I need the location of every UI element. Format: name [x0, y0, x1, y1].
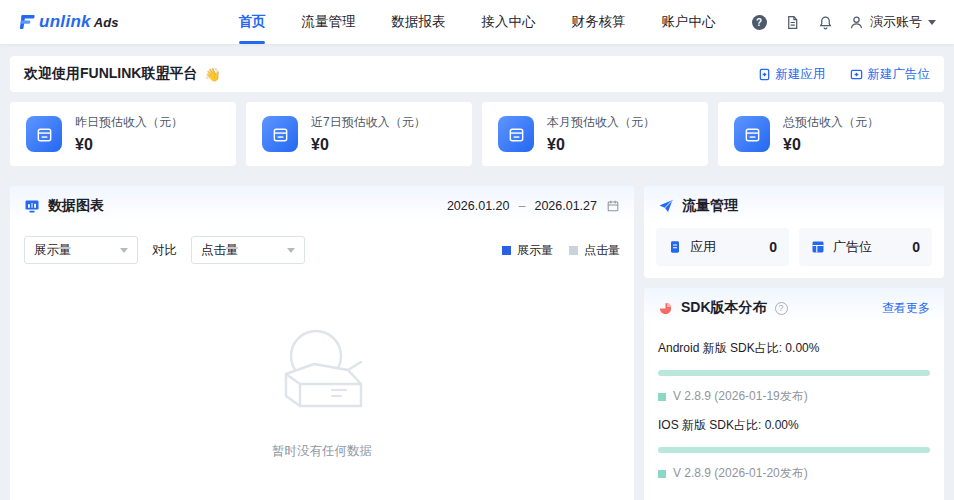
logo: unlink Ads [18, 12, 239, 32]
nav-item-integration[interactable]: 接入中心 [482, 0, 536, 44]
chevron-down-icon [120, 248, 128, 253]
stat-card-month: 本月预估收入（元） ¥0 [482, 102, 708, 166]
date-end: 2026.01.27 [534, 199, 597, 213]
welcome-actions: 新建应用 新建广告位 [758, 66, 931, 83]
notification-bell-icon[interactable] [816, 13, 834, 31]
new-app-icon [758, 68, 771, 81]
calendar-icon [606, 199, 620, 213]
traffic-panel-title: 流量管理 [658, 197, 738, 215]
chevron-down-icon [928, 20, 936, 25]
traffic-panel-header: 流量管理 [644, 186, 944, 226]
apps-label: 应用 [690, 238, 716, 256]
sdk-panel-header: SDK版本分布 ? 查看更多 [644, 288, 944, 328]
traffic-body: 应用 0 广告位 0 [644, 226, 944, 278]
sdk-ios-version: V 2.8.9 (2026-01-20发布) [658, 465, 930, 482]
stat-card-yesterday: 昨日预估收入（元） ¥0 [10, 102, 236, 166]
sdk-panel: SDK版本分布 ? 查看更多 Android 新版 SDK占比: 0.00% V… [644, 288, 944, 500]
sdk-ios-progress-bar [658, 447, 930, 453]
stats-row: 昨日预估收入（元） ¥0 近7日预估收入（元） ¥0 本月预估收入（元） ¥0 [10, 102, 944, 166]
logo-icon [18, 13, 36, 31]
stat-card-total: 总预估收入（元） ¥0 [718, 102, 944, 166]
chart-panel: 数据图表 2026.01.20 – 2026.01.27 展示量 对比 点击量 [10, 186, 634, 500]
legend-clicks[interactable]: 点击量 [569, 242, 620, 259]
version-swatch [658, 470, 666, 478]
sdk-panel-title: SDK版本分布 ? [658, 299, 788, 317]
welcome-text: 欢迎使用FUNLINK联盟平台 👋 [24, 65, 221, 83]
nav-item-finance[interactable]: 财务核算 [572, 0, 626, 44]
chart-panel-title: 数据图表 [24, 197, 104, 215]
chart-empty-state: 暂时没有任何数据 [10, 272, 634, 460]
sdk-ios-label: IOS 新版 SDK占比: 0.00% [658, 417, 930, 434]
view-more-link[interactable]: 查看更多 [882, 300, 930, 317]
chart-icon [24, 198, 40, 214]
empty-text: 暂时没有任何数据 [10, 443, 634, 460]
new-adslot-icon [850, 68, 863, 81]
help-icon[interactable]: ? [750, 13, 768, 31]
stat-label: 近7日预估收入（元） [311, 114, 426, 131]
adslots-label: 广告位 [833, 238, 872, 256]
nav-item-reports[interactable]: 数据报表 [392, 0, 446, 44]
new-adslot-link[interactable]: 新建广告位 [850, 66, 931, 83]
chart-controls: 展示量 对比 点击量 展示量 点击量 [10, 226, 634, 272]
stat-label: 总预估收入（元） [783, 114, 879, 131]
wallet-icon [498, 116, 534, 152]
account-menu[interactable]: 演示账号 [849, 13, 936, 31]
metric-select[interactable]: 展示量 [24, 236, 138, 264]
stat-value: ¥0 [547, 136, 655, 154]
chart-legend: 展示量 点击量 [502, 242, 620, 259]
pie-chart-icon [658, 301, 673, 316]
legend-swatch-clicks [569, 246, 578, 255]
nav-item-account[interactable]: 账户中心 [662, 0, 716, 44]
sdk-android-progress-bar [658, 370, 930, 376]
compare-label: 对比 [152, 242, 177, 259]
stat-value: ¥0 [311, 136, 426, 154]
wallet-icon [26, 116, 62, 152]
sdk-body: Android 新版 SDK占比: 0.00% V 2.8.9 (2026-01… [644, 328, 944, 496]
version-swatch [658, 393, 666, 401]
stat-value: ¥0 [783, 136, 879, 154]
date-separator: – [518, 199, 525, 213]
document-icon[interactable] [783, 13, 801, 31]
apps-count: 0 [769, 239, 777, 255]
wallet-icon [262, 116, 298, 152]
chart-panel-header: 数据图表 2026.01.20 – 2026.01.27 [10, 186, 634, 226]
info-question-icon[interactable]: ? [775, 302, 788, 315]
user-icon [849, 15, 864, 30]
adslots-card[interactable]: 广告位 0 [799, 228, 932, 266]
new-app-link[interactable]: 新建应用 [758, 66, 826, 83]
welcome-title: 欢迎使用FUNLINK联盟平台 [24, 65, 197, 83]
empty-box-illustration [262, 324, 382, 420]
date-start: 2026.01.20 [447, 199, 510, 213]
paper-plane-icon [658, 198, 674, 214]
wallet-icon [734, 116, 770, 152]
chevron-down-icon [287, 248, 295, 253]
stat-label: 本月预估收入（元） [547, 114, 655, 131]
stat-label: 昨日预估收入（元） [75, 114, 183, 131]
app-doc-icon [668, 240, 682, 254]
main-content: 数据图表 2026.01.20 – 2026.01.27 展示量 对比 点击量 [10, 186, 944, 500]
wave-emoji: 👋 [204, 67, 220, 82]
nav-item-traffic[interactable]: 流量管理 [302, 0, 356, 44]
sdk-android-version: V 2.8.9 (2026-01-19发布) [658, 388, 930, 405]
stat-card-7days: 近7日预估收入（元） ¥0 [246, 102, 472, 166]
header-actions: ? 演示账号 [716, 13, 937, 31]
legend-swatch-impressions [502, 246, 511, 255]
logo-text-sub: Ads [94, 15, 119, 30]
legend-impressions[interactable]: 展示量 [502, 242, 553, 259]
apps-card[interactable]: 应用 0 [656, 228, 789, 266]
adslot-grid-icon [811, 240, 825, 254]
sdk-android-label: Android 新版 SDK占比: 0.00% [658, 340, 930, 357]
date-range-picker[interactable]: 2026.01.20 – 2026.01.27 [447, 199, 620, 213]
stat-value: ¥0 [75, 136, 183, 154]
account-name: 演示账号 [870, 13, 922, 31]
welcome-bar: 欢迎使用FUNLINK联盟平台 👋 新建应用 新建广告位 [10, 56, 944, 92]
main-nav: 首页 流量管理 数据报表 接入中心 财务核算 账户中心 [239, 0, 716, 44]
traffic-panel: 流量管理 应用 0 广告位 [644, 186, 944, 278]
help-question-glyph: ? [752, 15, 767, 30]
nav-item-home[interactable]: 首页 [239, 0, 266, 44]
logo-text-main: unlink [39, 12, 91, 32]
right-column: 流量管理 应用 0 广告位 [644, 186, 944, 500]
top-nav: unlink Ads 首页 流量管理 数据报表 接入中心 财务核算 账户中心 ?… [0, 0, 954, 44]
compare-metric-select[interactable]: 点击量 [191, 236, 305, 264]
adslots-count: 0 [912, 239, 920, 255]
